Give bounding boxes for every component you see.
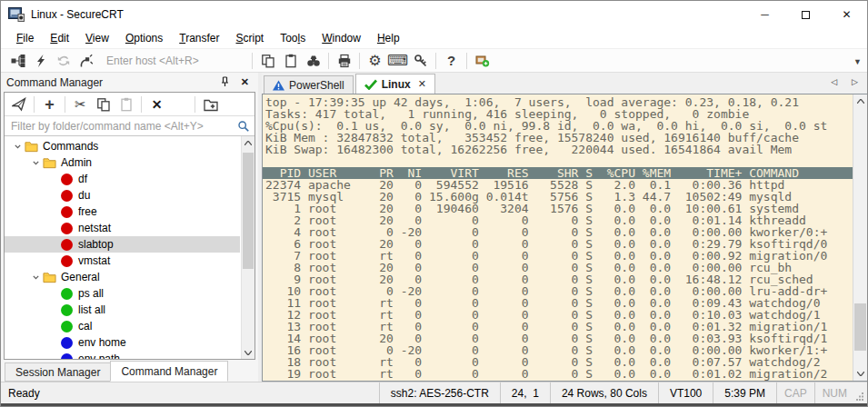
status-emulation: VT100: [658, 382, 713, 403]
scroll-down-icon[interactable]: [242, 346, 254, 359]
chevron-down-icon[interactable]: [10, 143, 25, 151]
menu-transfer[interactable]: Transfer: [171, 30, 227, 46]
tree-item-general[interactable]: General: [5, 269, 240, 285]
command-manager-body: +✂✕ CommandsAdmindfdufreenetstatslabtopv…: [4, 92, 255, 360]
tree-item-du[interactable]: du: [5, 187, 240, 204]
print-icon[interactable]: [333, 51, 355, 71]
command-bullet-icon: [61, 353, 73, 360]
tree-item-label: env home: [78, 336, 126, 349]
status-clock: 5:39 PM: [713, 382, 776, 403]
new-folder-icon[interactable]: [199, 94, 222, 114]
terminal[interactable]: top - 17:39:35 up 42 days, 1:06, 7 users…: [262, 94, 867, 382]
menu-options[interactable]: Options: [117, 30, 171, 46]
securecrt-window: Linux - SecureCRT ─ ✕ FileEditViewOption…: [0, 0, 868, 407]
minimize-button[interactable]: ─: [744, 1, 785, 28]
terminal-scrollbar[interactable]: [853, 94, 867, 381]
toolbar-overflow-button[interactable]: ▼: [853, 57, 862, 66]
close-panel-icon[interactable]: ✕: [241, 76, 249, 88]
tree-item-label: slabtop: [78, 238, 114, 251]
close-button[interactable]: ✕: [826, 1, 867, 28]
cut-icon[interactable]: ✂: [69, 94, 92, 114]
tree-item-df[interactable]: df: [5, 171, 240, 187]
menu-tools[interactable]: Tools: [272, 30, 314, 46]
terminal-scroll-thumb[interactable]: [854, 303, 866, 351]
menu-script[interactable]: Script: [228, 30, 273, 46]
panel-tab-session-manager[interactable]: Session Manager: [5, 362, 111, 382]
folder-icon: [25, 141, 38, 153]
session-wizard-icon[interactable]: [471, 51, 494, 71]
toolbar-separator: [141, 96, 142, 113]
session-tab-powershell[interactable]: PowerShell: [264, 75, 354, 94]
menu-window[interactable]: Window: [314, 30, 369, 46]
tab-scroll-right-icon[interactable]: ▷: [852, 77, 858, 86]
key-agent-icon[interactable]: [409, 51, 432, 71]
chevron-down-icon[interactable]: [28, 159, 43, 167]
reconnect-icon[interactable]: [52, 51, 75, 71]
paste-icon[interactable]: [115, 94, 137, 114]
scroll-up-icon[interactable]: [853, 94, 867, 108]
session-tab-linux[interactable]: Linux✕: [355, 74, 435, 94]
status-ready: Ready: [1, 382, 379, 403]
send-commands-icon[interactable]: [7, 94, 30, 114]
panel-tab-command-manager[interactable]: Command Manager: [110, 361, 228, 382]
chevron-down-icon[interactable]: [28, 273, 43, 282]
delete-icon[interactable]: ✕: [145, 94, 168, 114]
connect-icon[interactable]: [6, 51, 29, 71]
status-bar: Ready ssh2: AES-256-CTR24, 124 Rows, 80 …: [1, 382, 867, 403]
command-manager-panel: Command Manager ✕ +✂✕ CommandsAdmindfduf…: [1, 73, 258, 382]
menu-view[interactable]: View: [77, 30, 117, 46]
tree-item-cal[interactable]: cal: [5, 318, 240, 334]
tree-item-admin[interactable]: Admin: [5, 154, 240, 171]
scroll-down-icon[interactable]: [853, 367, 867, 381]
tree-item-slabtop[interactable]: slabtop: [5, 236, 240, 253]
panel-header: Command Manager ✕: [4, 73, 255, 92]
scroll-up-icon[interactable]: [242, 136, 254, 149]
resize-grip[interactable]: [854, 382, 867, 403]
tree-scroll-thumb[interactable]: [243, 153, 254, 269]
pin-icon[interactable]: [220, 76, 230, 88]
status-terminal-size: 24 Rows, 80 Cols: [550, 382, 658, 403]
menu-bar: FileEditViewOptionsTransferScriptToolsWi…: [1, 28, 867, 48]
find-icon[interactable]: [302, 51, 324, 71]
status-encryption: ssh2: AES-256-CTR: [379, 382, 500, 403]
host-input[interactable]: [105, 54, 239, 68]
copy-icon[interactable]: [92, 94, 115, 114]
add-command-icon[interactable]: +: [38, 94, 61, 114]
copy-icon[interactable]: [256, 51, 279, 71]
keymap-icon[interactable]: ⌨: [386, 51, 409, 71]
tree-scrollbar[interactable]: [241, 136, 254, 359]
tree-item-vmstat[interactable]: vmstat: [5, 253, 240, 269]
tree-item-label: vmstat: [78, 254, 110, 267]
command-tree: CommandsAdmindfdufreenetstatslabtopvmsta…: [5, 136, 254, 359]
tree-item-list-all[interactable]: list all: [5, 302, 240, 318]
tree-item-label: Commands: [43, 140, 98, 153]
menu-help[interactable]: Help: [369, 30, 408, 46]
tree-item-commands[interactable]: Commands: [5, 138, 240, 154]
tree-item-env-home[interactable]: env home: [5, 334, 240, 351]
menu-edit[interactable]: Edit: [42, 30, 77, 46]
tree-item-label: df: [78, 173, 87, 185]
app-icon: [8, 7, 25, 22]
disconnect-icon[interactable]: [75, 51, 97, 71]
quick-connect-icon[interactable]: [29, 51, 52, 71]
toolbar-separator: [435, 53, 436, 69]
command-manager-toolbar: +✂✕: [5, 93, 254, 116]
session-options-icon[interactable]: ⚙: [364, 51, 386, 71]
paste-icon[interactable]: [279, 51, 302, 71]
filter-row: [5, 116, 254, 136]
tree-item-env-path[interactable]: env path: [5, 351, 240, 359]
options-gear-icon[interactable]: [168, 94, 191, 114]
help-icon[interactable]: ?: [440, 51, 463, 71]
tree-item-free[interactable]: free: [5, 204, 240, 220]
menu-file[interactable]: File: [8, 30, 42, 46]
indicator-cap: CAP: [776, 382, 814, 403]
tree-item-netstat[interactable]: netstat: [5, 220, 240, 236]
tree-item-label: netstat: [78, 222, 111, 234]
panel-tabs: Session ManagerCommand Manager: [4, 360, 255, 382]
tab-scroll-left-icon[interactable]: ◁: [831, 77, 837, 86]
tree-item-ps-all[interactable]: ps all: [5, 285, 240, 302]
command-bullet-icon: [61, 255, 73, 267]
close-tab-icon[interactable]: ✕: [418, 78, 426, 90]
filter-input[interactable]: [9, 119, 237, 134]
maximize-button[interactable]: [785, 1, 826, 28]
